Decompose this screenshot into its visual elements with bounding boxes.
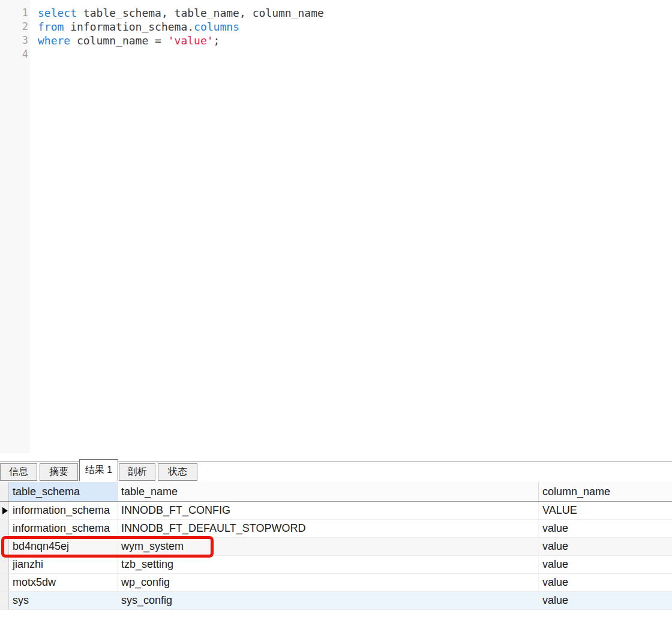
table-row[interactable]: sys sys_config value bbox=[0, 592, 672, 610]
line-number: 3 bbox=[0, 34, 28, 47]
cell-table-name[interactable]: wym_system bbox=[118, 538, 539, 555]
code-line[interactable]: 3 where column_name = 'value'; bbox=[0, 34, 672, 47]
row-selector[interactable] bbox=[0, 502, 9, 519]
cell-column-name[interactable]: value bbox=[539, 574, 672, 591]
sql-keyword: from bbox=[38, 20, 64, 33]
code-line[interactable]: 2 from information_schema.columns bbox=[0, 20, 672, 34]
cell-table-schema[interactable]: information_schema bbox=[9, 502, 118, 519]
sql-text: ; bbox=[214, 34, 220, 47]
cell-table-schema[interactable]: jianzhi bbox=[9, 556, 118, 573]
row-selector[interactable] bbox=[0, 556, 9, 573]
sql-editor[interactable]: 1 select table_schema, table_name, colum… bbox=[0, 0, 672, 453]
grid-header-row: table_schema table_name column_name bbox=[0, 482, 672, 502]
table-row[interactable]: information_schema INNODB_FT_DEFAULT_STO… bbox=[0, 520, 672, 538]
cell-table-schema[interactable]: motx5dw bbox=[9, 574, 118, 591]
cell-table-schema[interactable]: sys bbox=[9, 592, 118, 609]
sql-keyword: where bbox=[38, 34, 70, 47]
table-row[interactable]: bd4nqn45ej wym_system value bbox=[0, 538, 672, 556]
cell-table-name[interactable]: INNODB_FT_DEFAULT_STOPWORD bbox=[118, 520, 539, 537]
sql-code-area[interactable]: 1 select table_schema, table_name, colum… bbox=[0, 6, 672, 61]
table-row[interactable]: jianzhi tzb_setting value bbox=[0, 556, 672, 574]
cell-table-schema[interactable]: information_schema bbox=[9, 520, 118, 537]
table-row[interactable]: information_schema INNODB_FT_CONFIG VALU… bbox=[0, 502, 672, 520]
column-header-table-schema[interactable]: table_schema bbox=[9, 482, 118, 501]
cell-table-name[interactable]: sys_config bbox=[118, 592, 539, 609]
result-tabbar: 信息 摘要 结果 1 剖析 状态 bbox=[0, 456, 672, 482]
result-grid: table_schema table_name column_name info… bbox=[0, 482, 672, 620]
tab-status[interactable]: 状态 bbox=[158, 463, 197, 481]
cell-table-schema[interactable]: bd4nqn45ej bbox=[9, 538, 118, 555]
tab-result-1[interactable]: 结果 1 bbox=[79, 459, 118, 481]
cell-table-name[interactable]: INNODB_FT_CONFIG bbox=[118, 502, 539, 519]
code-line[interactable]: 1 select table_schema, table_name, colum… bbox=[0, 6, 672, 20]
cell-column-name[interactable]: value bbox=[539, 592, 672, 609]
line-number: 2 bbox=[0, 20, 28, 34]
grid-corner-cell[interactable] bbox=[0, 482, 9, 501]
row-selector[interactable] bbox=[0, 574, 9, 591]
cell-column-name[interactable]: value bbox=[539, 520, 672, 537]
tab-info[interactable]: 信息 bbox=[0, 463, 37, 481]
line-number: 1 bbox=[0, 6, 28, 20]
row-selector[interactable] bbox=[0, 520, 9, 537]
sql-keyword: select bbox=[38, 7, 77, 19]
sql-text: information_schema. bbox=[64, 20, 194, 33]
sql-string-literal: 'value' bbox=[168, 34, 214, 47]
table-row[interactable]: motx5dw wp_config value bbox=[0, 574, 672, 592]
row-selector[interactable] bbox=[0, 538, 9, 555]
row-selector[interactable] bbox=[0, 592, 9, 609]
code-line[interactable]: 4 bbox=[0, 47, 672, 61]
cell-column-name[interactable]: value bbox=[539, 556, 672, 573]
cell-table-name[interactable]: wp_config bbox=[118, 574, 539, 591]
cell-table-name[interactable]: tzb_setting bbox=[118, 556, 539, 573]
tab-summary[interactable]: 摘要 bbox=[40, 463, 78, 481]
cell-column-name[interactable]: VALUE bbox=[539, 502, 672, 519]
column-header-table-name[interactable]: table_name bbox=[118, 482, 539, 501]
sql-keyword: columns bbox=[194, 20, 239, 33]
current-row-marker-icon bbox=[2, 507, 8, 514]
cell-column-name[interactable]: value bbox=[539, 538, 672, 555]
line-number: 4 bbox=[0, 47, 28, 61]
tab-profile[interactable]: 剖析 bbox=[119, 463, 155, 481]
sql-text: table_schema, table_name, column_name bbox=[77, 7, 324, 19]
column-header-column-name[interactable]: column_name bbox=[539, 482, 672, 501]
sql-text: column_name = bbox=[70, 34, 168, 47]
